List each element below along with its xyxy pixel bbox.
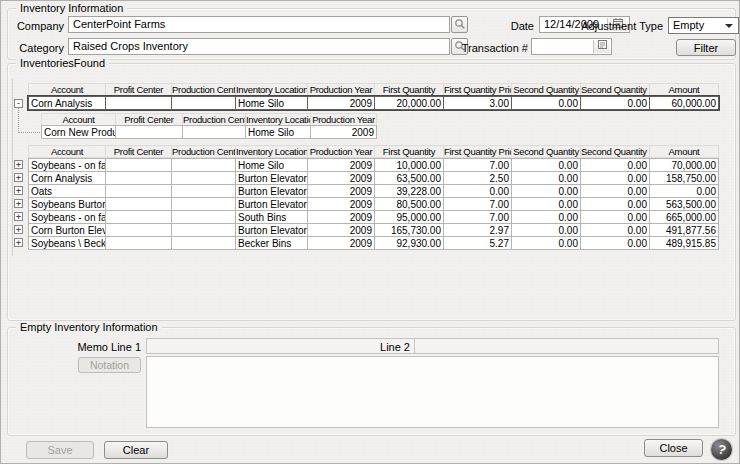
cell[interactable] bbox=[105, 210, 172, 224]
cell[interactable]: 563,500.00 bbox=[649, 197, 719, 211]
cell[interactable] bbox=[171, 236, 236, 250]
cell[interactable]: 0.00 bbox=[580, 210, 650, 224]
cell[interactable]: 0.00 bbox=[580, 171, 650, 185]
company-input[interactable]: CenterPoint Farms bbox=[68, 16, 450, 33]
cell[interactable]: 10,000.00 bbox=[374, 158, 444, 172]
cell[interactable]: 0.00 bbox=[511, 236, 581, 250]
cell-inventory-location[interactable]: Home Silo bbox=[235, 96, 308, 110]
cell-production-center[interactable] bbox=[171, 96, 236, 110]
cell[interactable]: 0.00 bbox=[511, 210, 581, 224]
cell[interactable]: Burton Elevator bbox=[235, 197, 308, 211]
expand-row-button[interactable]: + bbox=[14, 173, 23, 182]
column-header-3[interactable]: Inventory Location bbox=[235, 145, 308, 158]
cell[interactable] bbox=[171, 210, 236, 224]
expand-row-button[interactable]: + bbox=[14, 186, 23, 195]
cell[interactable]: 165,730.00 bbox=[374, 223, 444, 237]
inventory-row-0[interactable]: Soybeans - on farHome Silo200910,000.007… bbox=[28, 158, 719, 172]
cell[interactable]: 2009 bbox=[307, 158, 375, 172]
cell[interactable]: Burton Elevator bbox=[235, 223, 308, 237]
cell[interactable]: 491,877.56 bbox=[649, 223, 719, 237]
inventory-row-4[interactable]: Soybeans - on farSouth Bins200995,000.00… bbox=[28, 210, 719, 224]
cell-production-year[interactable]: 2009 bbox=[310, 125, 377, 139]
collapse-row-button[interactable]: - bbox=[14, 99, 23, 108]
cell[interactable]: 2009 bbox=[307, 197, 375, 211]
cell[interactable] bbox=[171, 197, 236, 211]
notation-button[interactable]: Notation bbox=[78, 357, 141, 373]
column-header-5[interactable]: First Quantity bbox=[374, 145, 444, 158]
cell[interactable]: 0.00 bbox=[580, 158, 650, 172]
cell[interactable]: 2009 bbox=[307, 210, 375, 224]
column-header-2[interactable]: Production Center bbox=[171, 145, 236, 158]
cell[interactable]: 0.00 bbox=[649, 184, 719, 198]
adjustment-type-select[interactable]: Empty bbox=[668, 17, 739, 34]
cell[interactable]: 0.00 bbox=[580, 197, 650, 211]
category-input[interactable]: Raised Crops Inventory bbox=[68, 38, 450, 55]
cell[interactable] bbox=[171, 223, 236, 237]
cell-second-quantity[interactable]: 0.00 bbox=[511, 96, 581, 110]
expand-row-button[interactable]: + bbox=[14, 238, 23, 247]
cell[interactable]: 39,228.00 bbox=[374, 184, 444, 198]
column-header-4[interactable]: Production Year bbox=[307, 83, 375, 96]
line2-input[interactable] bbox=[414, 338, 719, 354]
cell-production-year[interactable]: 2009 bbox=[307, 96, 375, 110]
cell[interactable]: 489,915.85 bbox=[649, 236, 719, 250]
cell[interactable]: 70,000.00 bbox=[649, 158, 719, 172]
column-header-2[interactable]: Production Center bbox=[171, 83, 236, 96]
inventory-row-2[interactable]: OatsBurton Elevator200939,228.000.000.00… bbox=[28, 184, 719, 198]
notation-textarea[interactable] bbox=[146, 356, 719, 428]
cell[interactable]: 2009 bbox=[307, 171, 375, 185]
column-header-0[interactable]: Account bbox=[28, 83, 106, 96]
cell[interactable]: 0.00 bbox=[511, 171, 581, 185]
cell[interactable]: 0.00 bbox=[580, 236, 650, 250]
column-header-0[interactable]: Account bbox=[28, 145, 106, 158]
cell-inventory-location[interactable]: Home Silo bbox=[245, 125, 311, 139]
cell[interactable]: 2009 bbox=[307, 223, 375, 237]
company-lookup-button[interactable] bbox=[451, 16, 468, 33]
cell[interactable]: Soybeans Burton bbox=[28, 197, 106, 211]
cell[interactable]: 80,500.00 bbox=[374, 197, 444, 211]
column-header-5[interactable]: First Quantity bbox=[374, 83, 444, 96]
cell[interactable] bbox=[105, 171, 172, 185]
close-button[interactable]: Close bbox=[644, 439, 703, 457]
column-header-6[interactable]: First Quantity Pric bbox=[443, 145, 512, 158]
cell-account[interactable]: Corn Analysis bbox=[28, 96, 106, 110]
cell[interactable]: 63,500.00 bbox=[374, 171, 444, 185]
inventory-row-5[interactable]: Corn Burton ElevBurton Elevator2009165,7… bbox=[28, 223, 719, 237]
cell-profit-center[interactable] bbox=[115, 125, 183, 139]
cell[interactable]: Becker Bins bbox=[235, 236, 308, 250]
filter-button[interactable]: Filter bbox=[676, 39, 736, 56]
cell[interactable]: Soybeans - on far bbox=[28, 210, 106, 224]
cell[interactable] bbox=[105, 197, 172, 211]
cell[interactable]: 0.00 bbox=[580, 184, 650, 198]
column-header-9[interactable]: Amount bbox=[649, 83, 719, 96]
cell-production-center[interactable] bbox=[182, 125, 246, 139]
cell[interactable]: Burton Elevator bbox=[235, 171, 308, 185]
column-header-7[interactable]: Second Quantity bbox=[511, 83, 581, 96]
save-button[interactable]: Save bbox=[26, 441, 94, 459]
parent-inventory-row[interactable]: Corn Analysis Home Silo 2009 20,000.00 3… bbox=[28, 96, 719, 110]
cell-first-quantity-price[interactable]: 3.00 bbox=[443, 96, 512, 110]
cell[interactable]: 0.00 bbox=[511, 184, 581, 198]
column-header-1[interactable]: Profit Center bbox=[105, 83, 172, 96]
cell[interactable]: Burton Elevator bbox=[235, 184, 308, 198]
cell[interactable]: Home Silo bbox=[235, 158, 308, 172]
column-header-3[interactable]: Inventory Location bbox=[235, 83, 308, 96]
cell[interactable] bbox=[171, 171, 236, 185]
cell[interactable]: Soybeans \ Beck bbox=[28, 236, 106, 250]
expand-row-button[interactable]: + bbox=[14, 225, 23, 234]
cell[interactable] bbox=[105, 223, 172, 237]
clear-button[interactable]: Clear bbox=[104, 441, 168, 459]
column-header-7[interactable]: Second Quantity bbox=[511, 145, 581, 158]
cell[interactable]: 0.00 bbox=[511, 158, 581, 172]
cell[interactable]: South Bins bbox=[235, 210, 308, 224]
column-header-4[interactable]: Production Year bbox=[307, 145, 375, 158]
column-header-9[interactable]: Amount bbox=[649, 145, 719, 158]
cell[interactable]: 158,750.00 bbox=[649, 171, 719, 185]
cell[interactable]: 2009 bbox=[307, 184, 375, 198]
cell[interactable]: 7.00 bbox=[443, 210, 512, 224]
column-header-8[interactable]: Second Quantity P bbox=[580, 83, 650, 96]
cell[interactable]: 0.00 bbox=[443, 184, 512, 198]
cell[interactable]: Soybeans - on far bbox=[28, 158, 106, 172]
expand-row-button[interactable]: + bbox=[14, 160, 23, 169]
cell[interactable]: 7.00 bbox=[443, 197, 512, 211]
